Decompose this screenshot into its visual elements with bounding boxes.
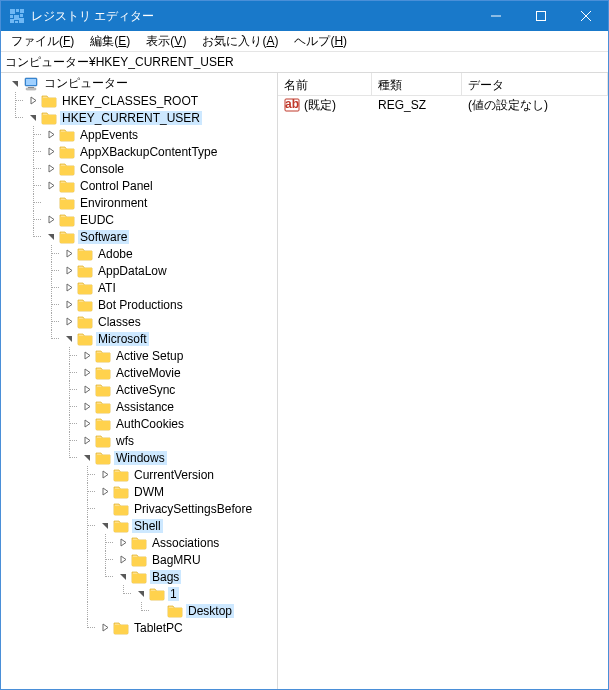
tree-node[interactable]: HKEY_CURRENT_USER xyxy=(1,109,277,126)
tree-node[interactable]: ActiveSync xyxy=(1,381,277,398)
column-name[interactable]: 名前 xyxy=(278,73,372,95)
tree-node[interactable]: AppDataLow xyxy=(1,262,277,279)
tree-node[interactable]: 1 xyxy=(1,585,277,602)
folder-icon xyxy=(41,93,57,109)
tree-node-label: ATI xyxy=(96,281,118,295)
tree-node-label: Adobe xyxy=(96,247,135,261)
list-header: 名前 種類 データ xyxy=(278,73,608,96)
folder-icon xyxy=(167,603,183,619)
tree-node[interactable]: wfs xyxy=(1,432,277,449)
expander-icon[interactable] xyxy=(7,76,23,92)
tree-node[interactable]: Console xyxy=(1,160,277,177)
address-bar[interactable]: コンピューター¥HKEY_CURRENT_USER xyxy=(1,52,608,73)
tree-node[interactable]: Adobe xyxy=(1,245,277,262)
titlebar[interactable]: レジストリ エディター xyxy=(1,1,608,31)
tree-node-label: Assistance xyxy=(114,400,176,414)
regedit-window: レジストリ エディター ファイル(F) 編集(E) 表示(V) お気に入り(A)… xyxy=(0,0,609,690)
tree-node[interactable]: ATI xyxy=(1,279,277,296)
menu-help[interactable]: ヘルプ(H) xyxy=(286,31,355,52)
expander-icon[interactable] xyxy=(43,127,59,143)
expander-icon[interactable] xyxy=(43,212,59,228)
expander-icon[interactable] xyxy=(97,467,113,483)
expander-icon[interactable] xyxy=(97,620,113,636)
minimize-button[interactable] xyxy=(473,1,518,31)
expander-icon[interactable] xyxy=(115,569,131,585)
tree-node[interactable]: Desktop xyxy=(1,602,277,619)
tree-node[interactable]: Associations xyxy=(1,534,277,551)
tree-node[interactable]: BagMRU xyxy=(1,551,277,568)
expander-icon[interactable] xyxy=(133,586,149,602)
column-data[interactable]: データ xyxy=(462,73,608,95)
expander-icon[interactable] xyxy=(79,399,95,415)
tree-node-label: wfs xyxy=(114,434,136,448)
expander-icon[interactable] xyxy=(61,263,77,279)
tree-node[interactable]: DWM xyxy=(1,483,277,500)
expander-icon[interactable] xyxy=(43,144,59,160)
svg-rect-5 xyxy=(20,14,23,17)
tree-node[interactable]: Active Setup xyxy=(1,347,277,364)
tree-node[interactable]: Windows xyxy=(1,449,277,466)
tree-node[interactable]: Environment xyxy=(1,194,277,211)
expander-icon[interactable] xyxy=(61,280,77,296)
tree-node[interactable]: Bot Productions xyxy=(1,296,277,313)
tree-node[interactable]: AppEvents xyxy=(1,126,277,143)
expander-icon[interactable] xyxy=(79,433,95,449)
list-row[interactable]: ab(既定)REG_SZ(値の設定なし) xyxy=(278,96,608,114)
expander-icon[interactable] xyxy=(43,178,59,194)
tree-pane[interactable]: コンピューターHKEY_CLASSES_ROOTHKEY_CURRENT_USE… xyxy=(1,73,278,689)
column-type[interactable]: 種類 xyxy=(372,73,462,95)
expander-icon[interactable] xyxy=(61,297,77,313)
expander-icon[interactable] xyxy=(115,535,131,551)
expander-icon[interactable] xyxy=(79,416,95,432)
menubar: ファイル(F) 編集(E) 表示(V) お気に入り(A) ヘルプ(H) xyxy=(1,31,608,52)
tree-node[interactable]: Assistance xyxy=(1,398,277,415)
expander-icon[interactable] xyxy=(97,484,113,500)
tree-node[interactable]: EUDC xyxy=(1,211,277,228)
svg-rect-11 xyxy=(26,79,36,85)
expander-icon[interactable] xyxy=(115,552,131,568)
expander-icon[interactable] xyxy=(61,246,77,262)
tree-node[interactable]: AuthCookies xyxy=(1,415,277,432)
tree-node[interactable]: Classes xyxy=(1,313,277,330)
expander-icon[interactable] xyxy=(79,382,95,398)
expander-icon[interactable] xyxy=(43,229,59,245)
expander-icon[interactable] xyxy=(79,348,95,364)
tree-node[interactable]: Microsoft xyxy=(1,330,277,347)
tree-node-label: Shell xyxy=(132,519,163,533)
tree-node[interactable]: Control Panel xyxy=(1,177,277,194)
expander-icon[interactable] xyxy=(25,110,41,126)
tree-node[interactable]: HKEY_CLASSES_ROOT xyxy=(1,92,277,109)
svg-rect-9 xyxy=(536,12,545,21)
svg-rect-7 xyxy=(15,21,18,23)
list-pane[interactable]: 名前 種類 データ ab(既定)REG_SZ(値の設定なし) xyxy=(278,73,608,689)
tree-node[interactable]: Bags xyxy=(1,568,277,585)
expander-icon[interactable] xyxy=(79,450,95,466)
expander-icon[interactable] xyxy=(61,314,77,330)
tree-node-label: TabletPC xyxy=(132,621,185,635)
menu-edit[interactable]: 編集(E) xyxy=(82,31,138,52)
tree-node[interactable]: Shell xyxy=(1,517,277,534)
expander-icon[interactable] xyxy=(97,518,113,534)
folder-icon xyxy=(95,416,111,432)
tree-node[interactable]: CurrentVersion xyxy=(1,466,277,483)
tree-node[interactable]: PrivacySettingsBefore xyxy=(1,500,277,517)
expander-icon[interactable] xyxy=(43,161,59,177)
maximize-button[interactable] xyxy=(518,1,563,31)
folder-icon xyxy=(113,484,129,500)
value-type-cell: REG_SZ xyxy=(372,97,462,113)
tree-node[interactable]: Software xyxy=(1,228,277,245)
folder-icon xyxy=(41,110,57,126)
folder-icon xyxy=(113,620,129,636)
expander-icon[interactable] xyxy=(79,365,95,381)
tree-node[interactable]: TabletPC xyxy=(1,619,277,636)
tree-node[interactable]: AppXBackupContentType xyxy=(1,143,277,160)
close-button[interactable] xyxy=(563,1,608,31)
menu-file[interactable]: ファイル(F) xyxy=(3,31,82,52)
menu-favorites[interactable]: お気に入り(A) xyxy=(194,31,286,52)
expander-icon[interactable] xyxy=(25,93,41,109)
tree-node-label: DWM xyxy=(132,485,166,499)
menu-view[interactable]: 表示(V) xyxy=(138,31,194,52)
tree-node[interactable]: コンピューター xyxy=(1,75,277,92)
tree-node[interactable]: ActiveMovie xyxy=(1,364,277,381)
expander-icon[interactable] xyxy=(61,331,77,347)
